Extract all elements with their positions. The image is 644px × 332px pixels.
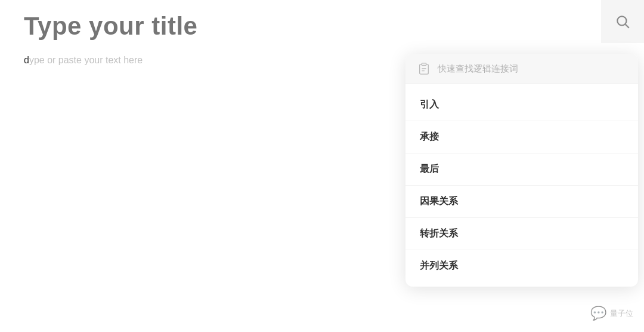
chevron-icon-transition xyxy=(614,133,624,142)
category-list: 引入承接最后因果关系转折关系并列关系 xyxy=(405,84,638,287)
svg-line-1 xyxy=(626,24,629,28)
search-icon xyxy=(615,14,630,29)
category-label-intro: 引入 xyxy=(420,99,439,111)
category-item-causal[interactable]: 因果关系 xyxy=(405,186,638,218)
clipboard-icon xyxy=(417,62,431,75)
category-label-contrast: 转折关系 xyxy=(420,228,458,240)
body-cursor-char: d xyxy=(24,55,29,66)
svg-rect-2 xyxy=(422,63,426,66)
watermark: 💬 量子位 xyxy=(590,306,633,321)
category-label-final: 最后 xyxy=(420,163,439,176)
title-input[interactable] xyxy=(24,12,620,41)
chevron-icon-contrast xyxy=(614,229,624,239)
dropdown-search-placeholder: 快速查找逻辑连接词 xyxy=(438,63,518,75)
chevron-icon-causal xyxy=(614,197,624,207)
category-item-transition[interactable]: 承接 xyxy=(405,121,638,153)
body-placeholder: ype or paste your text here xyxy=(29,55,143,66)
chevron-icon-parallel xyxy=(614,262,624,271)
dropdown-search-bar[interactable]: 快速查找逻辑连接词 xyxy=(405,54,638,84)
category-item-contrast[interactable]: 转折关系 xyxy=(405,218,638,250)
svg-point-0 xyxy=(617,16,626,25)
search-button[interactable] xyxy=(601,0,644,43)
watermark-text: 量子位 xyxy=(610,308,633,319)
chevron-icon-final xyxy=(614,165,624,174)
category-label-causal: 因果关系 xyxy=(420,195,458,208)
category-label-transition: 承接 xyxy=(420,131,439,143)
wechat-logo: 💬 xyxy=(590,306,606,321)
chevron-icon-intro xyxy=(614,100,624,110)
category-label-parallel: 并列关系 xyxy=(420,260,458,272)
category-item-parallel[interactable]: 并列关系 xyxy=(405,250,638,282)
category-item-final[interactable]: 最后 xyxy=(405,153,638,186)
category-item-intro[interactable]: 引入 xyxy=(405,89,638,121)
dropdown-panel: 快速查找逻辑连接词 引入承接最后因果关系转折关系并列关系 xyxy=(405,54,638,287)
